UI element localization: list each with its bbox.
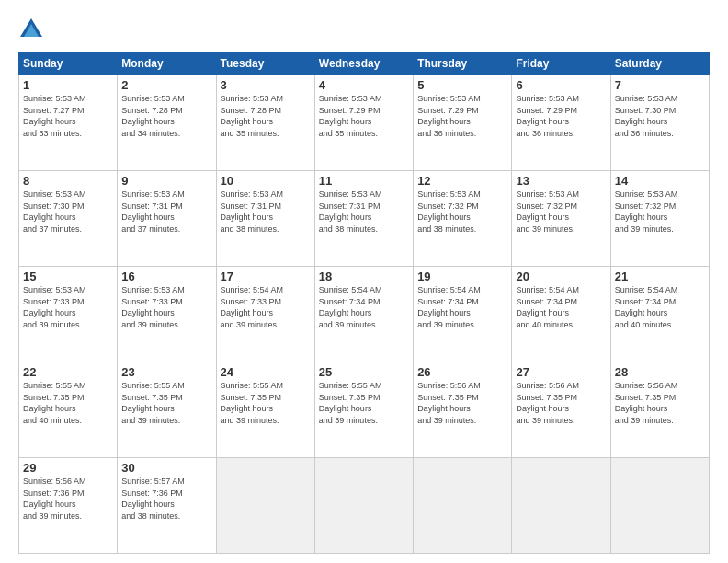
calendar-cell: 26Sunrise: 5:56 AMSunset: 7:35 PMDayligh… xyxy=(414,362,512,458)
calendar-cell: 9Sunrise: 5:53 AMSunset: 7:31 PMDaylight… xyxy=(118,171,216,267)
calendar-header-monday: Monday xyxy=(118,52,216,75)
calendar-header-sunday: Sunday xyxy=(19,52,118,75)
calendar-cell: 20Sunrise: 5:54 AMSunset: 7:34 PMDayligh… xyxy=(512,267,610,362)
calendar-cell: 19Sunrise: 5:54 AMSunset: 7:34 PMDayligh… xyxy=(414,267,512,362)
day-number: 27 xyxy=(516,365,606,379)
day-number: 14 xyxy=(615,174,705,188)
day-info: Sunrise: 5:53 AMSunset: 7:28 PMDaylight … xyxy=(121,93,211,139)
day-number: 29 xyxy=(23,461,113,475)
day-info: Sunrise: 5:53 AMSunset: 7:30 PMDaylight … xyxy=(615,93,705,139)
day-info: Sunrise: 5:53 AMSunset: 7:33 PMDaylight … xyxy=(121,284,211,330)
day-info: Sunrise: 5:54 AMSunset: 7:34 PMDaylight … xyxy=(615,284,705,330)
day-number: 28 xyxy=(615,365,705,379)
day-info: Sunrise: 5:53 AMSunset: 7:27 PMDaylight … xyxy=(23,93,113,139)
calendar-cell: 22Sunrise: 5:55 AMSunset: 7:35 PMDayligh… xyxy=(19,362,118,458)
day-info: Sunrise: 5:53 AMSunset: 7:29 PMDaylight … xyxy=(516,93,606,139)
calendar-cell xyxy=(610,458,709,554)
calendar-header-saturday: Saturday xyxy=(610,52,709,75)
day-info: Sunrise: 5:54 AMSunset: 7:33 PMDaylight … xyxy=(221,284,311,330)
day-number: 12 xyxy=(417,174,507,188)
calendar-cell: 21Sunrise: 5:54 AMSunset: 7:34 PMDayligh… xyxy=(610,267,709,362)
day-number: 26 xyxy=(417,365,507,379)
calendar-cell: 11Sunrise: 5:53 AMSunset: 7:31 PMDayligh… xyxy=(314,171,413,267)
logo xyxy=(18,17,48,42)
calendar-cell: 7Sunrise: 5:53 AMSunset: 7:30 PMDaylight… xyxy=(610,75,709,171)
calendar-cell: 18Sunrise: 5:54 AMSunset: 7:34 PMDayligh… xyxy=(314,267,413,362)
day-number: 22 xyxy=(23,365,113,379)
day-number: 5 xyxy=(417,78,507,92)
calendar-cell xyxy=(314,458,413,554)
calendar-cell: 16Sunrise: 5:53 AMSunset: 7:33 PMDayligh… xyxy=(118,267,216,362)
calendar-table: SundayMondayTuesdayWednesdayThursdayFrid… xyxy=(18,52,710,554)
day-number: 3 xyxy=(221,78,311,92)
day-number: 18 xyxy=(319,270,409,283)
day-number: 9 xyxy=(121,174,211,188)
day-info: Sunrise: 5:54 AMSunset: 7:34 PMDaylight … xyxy=(417,284,507,330)
logo-icon xyxy=(18,17,44,42)
calendar-header-wednesday: Wednesday xyxy=(314,52,413,75)
calendar-cell: 5Sunrise: 5:53 AMSunset: 7:29 PMDaylight… xyxy=(414,75,512,171)
day-info: Sunrise: 5:53 AMSunset: 7:32 PMDaylight … xyxy=(615,189,705,235)
calendar-header-friday: Friday xyxy=(512,52,610,75)
calendar-cell: 14Sunrise: 5:53 AMSunset: 7:32 PMDayligh… xyxy=(610,171,709,267)
day-number: 19 xyxy=(417,270,507,283)
day-number: 20 xyxy=(516,270,606,283)
day-number: 1 xyxy=(23,78,113,92)
calendar-cell: 30Sunrise: 5:57 AMSunset: 7:36 PMDayligh… xyxy=(118,458,216,554)
calendar-cell: 15Sunrise: 5:53 AMSunset: 7:33 PMDayligh… xyxy=(19,267,118,362)
calendar-cell: 23Sunrise: 5:55 AMSunset: 7:35 PMDayligh… xyxy=(118,362,216,458)
day-info: Sunrise: 5:53 AMSunset: 7:31 PMDaylight … xyxy=(121,189,211,235)
calendar-cell: 2Sunrise: 5:53 AMSunset: 7:28 PMDaylight… xyxy=(118,75,216,171)
day-info: Sunrise: 5:55 AMSunset: 7:35 PMDaylight … xyxy=(23,380,113,426)
calendar-cell: 29Sunrise: 5:56 AMSunset: 7:36 PMDayligh… xyxy=(19,458,118,554)
day-info: Sunrise: 5:53 AMSunset: 7:31 PMDaylight … xyxy=(221,189,311,235)
day-info: Sunrise: 5:53 AMSunset: 7:31 PMDaylight … xyxy=(319,189,409,235)
day-info: Sunrise: 5:53 AMSunset: 7:28 PMDaylight … xyxy=(221,93,311,139)
day-number: 13 xyxy=(516,174,606,188)
calendar-cell: 27Sunrise: 5:56 AMSunset: 7:35 PMDayligh… xyxy=(512,362,610,458)
day-info: Sunrise: 5:53 AMSunset: 7:32 PMDaylight … xyxy=(417,189,507,235)
day-info: Sunrise: 5:55 AMSunset: 7:35 PMDaylight … xyxy=(319,380,409,426)
day-number: 15 xyxy=(23,270,113,283)
day-number: 4 xyxy=(319,78,409,92)
calendar-cell: 24Sunrise: 5:55 AMSunset: 7:35 PMDayligh… xyxy=(216,362,314,458)
calendar-cell: 13Sunrise: 5:53 AMSunset: 7:32 PMDayligh… xyxy=(512,171,610,267)
day-number: 2 xyxy=(121,78,211,92)
day-info: Sunrise: 5:56 AMSunset: 7:35 PMDaylight … xyxy=(615,380,705,426)
day-info: Sunrise: 5:54 AMSunset: 7:34 PMDaylight … xyxy=(516,284,606,330)
calendar-cell: 17Sunrise: 5:54 AMSunset: 7:33 PMDayligh… xyxy=(216,267,314,362)
day-number: 8 xyxy=(23,174,113,188)
day-info: Sunrise: 5:53 AMSunset: 7:32 PMDaylight … xyxy=(516,189,606,235)
calendar-cell xyxy=(216,458,314,554)
day-number: 23 xyxy=(121,365,211,379)
calendar-cell xyxy=(414,458,512,554)
day-number: 10 xyxy=(221,174,311,188)
day-info: Sunrise: 5:53 AMSunset: 7:33 PMDaylight … xyxy=(23,284,113,330)
day-number: 25 xyxy=(319,365,409,379)
calendar-cell: 1Sunrise: 5:53 AMSunset: 7:27 PMDaylight… xyxy=(19,75,118,171)
day-number: 17 xyxy=(221,270,311,283)
day-number: 11 xyxy=(319,174,409,188)
day-number: 30 xyxy=(121,461,211,475)
day-info: Sunrise: 5:56 AMSunset: 7:35 PMDaylight … xyxy=(516,380,606,426)
day-info: Sunrise: 5:57 AMSunset: 7:36 PMDaylight … xyxy=(121,476,211,522)
calendar-cell: 6Sunrise: 5:53 AMSunset: 7:29 PMDaylight… xyxy=(512,75,610,171)
day-info: Sunrise: 5:54 AMSunset: 7:34 PMDaylight … xyxy=(319,284,409,330)
calendar-cell: 10Sunrise: 5:53 AMSunset: 7:31 PMDayligh… xyxy=(216,171,314,267)
day-number: 16 xyxy=(121,270,211,283)
calendar-cell: 12Sunrise: 5:53 AMSunset: 7:32 PMDayligh… xyxy=(414,171,512,267)
calendar-header-thursday: Thursday xyxy=(414,52,512,75)
calendar-cell: 3Sunrise: 5:53 AMSunset: 7:28 PMDaylight… xyxy=(216,75,314,171)
calendar-header-tuesday: Tuesday xyxy=(216,52,314,75)
page: SundayMondayTuesdayWednesdayThursdayFrid… xyxy=(0,0,728,563)
day-info: Sunrise: 5:53 AMSunset: 7:30 PMDaylight … xyxy=(23,189,113,235)
day-number: 7 xyxy=(615,78,705,92)
calendar-cell: 25Sunrise: 5:55 AMSunset: 7:35 PMDayligh… xyxy=(314,362,413,458)
day-number: 21 xyxy=(615,270,705,283)
day-info: Sunrise: 5:53 AMSunset: 7:29 PMDaylight … xyxy=(319,93,409,139)
day-info: Sunrise: 5:55 AMSunset: 7:35 PMDaylight … xyxy=(121,380,211,426)
day-info: Sunrise: 5:56 AMSunset: 7:35 PMDaylight … xyxy=(417,380,507,426)
day-info: Sunrise: 5:56 AMSunset: 7:36 PMDaylight … xyxy=(23,476,113,522)
calendar-cell: 4Sunrise: 5:53 AMSunset: 7:29 PMDaylight… xyxy=(314,75,413,171)
day-info: Sunrise: 5:55 AMSunset: 7:35 PMDaylight … xyxy=(221,380,311,426)
